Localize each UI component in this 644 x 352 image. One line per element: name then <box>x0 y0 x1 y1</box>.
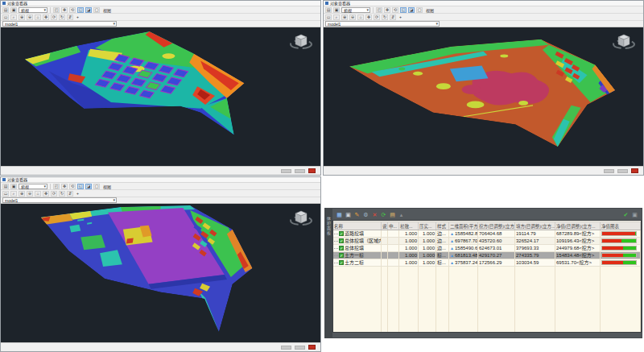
terrain-3d-view-regions[interactable] <box>1 204 320 342</box>
pan-hand-icon[interactable]: ✥ <box>43 191 49 197</box>
surface-name-cell[interactable]: ✓总体挖填 <box>333 245 382 251</box>
zoom-in-icon[interactable]: ⊕ <box>19 191 25 197</box>
fill-factor-cell[interactable]: 1.000 <box>419 259 436 266</box>
view-direction-select[interactable]: 俯视▾ <box>19 184 47 189</box>
column-header[interactable]: 名称 <box>333 222 382 230</box>
panel-dock-icon[interactable]: ▣ <box>631 211 638 218</box>
visual-style-select[interactable]: model1▾ <box>2 197 117 203</box>
column-header[interactable]: 样式 <box>436 222 449 230</box>
terrain-3d-view-cutfill[interactable] <box>1 27 320 166</box>
view-direction-select[interactable]: 俯视▾ <box>19 7 47 13</box>
column-header[interactable]: 二维面积(平方... <box>449 222 478 230</box>
orbit-3d-icon[interactable]: ⟳ <box>51 14 57 20</box>
select-icon[interactable]: ▭ <box>325 14 332 20</box>
visibility-checkbox[interactable]: ✓ <box>339 246 344 251</box>
top-view-icon[interactable]: ▢ <box>416 7 423 13</box>
select-icon[interactable]: ▭ <box>2 14 9 20</box>
zoom-in-icon[interactable]: ⊕ <box>19 14 25 20</box>
walk-icon[interactable]: ⇵ <box>67 191 73 197</box>
visibility-checkbox[interactable]: ✓ <box>339 231 344 236</box>
column-header[interactable]: 净值(已调整)(立方... <box>555 222 601 230</box>
add-surface-icon[interactable]: ▣ <box>345 211 352 218</box>
3d-canvas[interactable] <box>1 204 320 342</box>
front-view-icon[interactable]: ◱ <box>77 184 84 189</box>
report-icon[interactable]: ▤ <box>389 211 396 218</box>
3d-canvas[interactable] <box>324 27 643 166</box>
volume-table-row[interactable]: ✓土方一标1.0001.000标...▲681813.48429170.2727… <box>333 252 641 259</box>
zoom-previous-icon[interactable]: ⌂ <box>35 191 41 197</box>
zoom-previous-icon[interactable]: ⌂ <box>35 14 41 20</box>
top-view-icon[interactable]: ▢ <box>93 184 100 189</box>
save-view-icon[interactable]: ▤ <box>2 7 9 13</box>
orbit-icon[interactable]: ⟲ <box>392 7 398 13</box>
fill-factor-cell[interactable]: 1.000 <box>419 230 436 237</box>
column-header[interactable]: 说 <box>382 222 388 230</box>
pan-icon[interactable]: ✥ <box>61 184 68 189</box>
cut-factor-cell[interactable]: 1.000 <box>399 245 419 251</box>
window-title-bar[interactable]: 对象查看器 <box>324 1 643 6</box>
fill-factor-cell[interactable]: 1.000 <box>419 245 436 251</box>
view-cube[interactable] <box>287 31 315 56</box>
swivel-icon[interactable]: ↻ <box>59 191 65 197</box>
column-header[interactable]: 中... <box>388 222 399 230</box>
import-settings-icon[interactable]: ⚙ <box>362 211 369 218</box>
walk-icon[interactable]: ⇵ <box>67 14 73 20</box>
expand-all-icon[interactable]: ▴ <box>398 211 405 218</box>
camera-icon[interactable]: ▣ <box>10 184 17 189</box>
zoom-in-icon[interactable]: ⊕ <box>341 14 348 20</box>
panorama-tab[interactable]: 体积面板 <box>325 209 332 338</box>
visibility-checkbox[interactable]: ✓ <box>339 238 344 243</box>
status-alert-icon[interactable] <box>308 345 316 350</box>
visual-style-select[interactable]: model1▾ <box>2 21 117 27</box>
iso-view-icon[interactable]: ◪ <box>408 7 415 13</box>
orbit-3d-icon[interactable]: ⟳ <box>374 14 380 20</box>
zoom-out-icon[interactable]: ⊖ <box>27 191 33 197</box>
save-view-icon[interactable]: ▤ <box>325 7 332 13</box>
add-view-button[interactable]: + <box>76 14 79 19</box>
zoom-out-icon[interactable]: ⊖ <box>27 14 33 20</box>
fill-factor-cell[interactable]: 1.000 <box>419 238 436 244</box>
walk-icon[interactable]: ⇵ <box>390 14 396 20</box>
zoom-window-icon[interactable]: ⌕ <box>10 14 17 20</box>
camera-icon[interactable]: ▣ <box>333 7 340 13</box>
zoom-extents-icon[interactable]: ◰ <box>53 184 60 189</box>
iso-view-icon[interactable]: ◪ <box>85 7 92 13</box>
status-alert-icon[interactable] <box>631 168 638 173</box>
view-cube[interactable] <box>610 31 638 56</box>
visibility-checkbox[interactable]: ✓ <box>339 260 344 265</box>
swivel-icon[interactable]: ↻ <box>382 14 388 20</box>
pan-icon[interactable]: ✥ <box>61 7 68 13</box>
terrain-3d-view-elevation[interactable] <box>324 27 643 166</box>
confirm-icon[interactable]: ✔ <box>622 211 630 218</box>
zoom-extents-icon[interactable]: ◰ <box>376 7 382 13</box>
surface-name-cell[interactable]: ✓道路挖填 <box>333 230 382 237</box>
cut-factor-cell[interactable]: 1.000 <box>399 252 419 259</box>
column-header[interactable]: 松散... <box>399 222 419 230</box>
view-cube[interactable] <box>287 208 315 232</box>
volume-table-row[interactable]: ✓总体挖填（区域内）1.0001.000边...▲697867.70435720… <box>333 238 641 245</box>
surface-name-cell[interactable]: ✓土方一标 <box>333 252 382 259</box>
zoom-window-icon[interactable]: ⌕ <box>10 191 17 197</box>
style-cell[interactable]: 边... <box>436 230 449 237</box>
pan-hand-icon[interactable]: ✥ <box>43 14 49 20</box>
style-cell[interactable]: 标... <box>436 252 449 259</box>
fill-factor-cell[interactable]: 1.000 <box>419 252 436 259</box>
cut-factor-cell[interactable]: 1.000 <box>399 238 419 244</box>
top-view-icon[interactable]: ▢ <box>93 7 100 13</box>
cut-factor-cell[interactable]: 1.000 <box>399 230 419 237</box>
save-view-icon[interactable]: ▤ <box>2 184 9 189</box>
edit-criteria-icon[interactable]: ✎ <box>353 211 361 218</box>
view-direction-select[interactable]: 俯视▾ <box>341 7 370 13</box>
pan-hand-icon[interactable]: ✥ <box>365 14 372 20</box>
volume-table-row[interactable]: ✓道路挖填1.0001.000边...▲1585482.88706404.681… <box>333 230 641 238</box>
window-title-bar[interactable]: 对象查看器 <box>1 1 320 6</box>
add-view-button[interactable]: + <box>399 14 402 19</box>
column-header[interactable]: 净值图表 <box>601 222 641 230</box>
column-header[interactable]: 挖方(已调整)(立方... <box>478 222 515 230</box>
column-header[interactable]: 填方(已调整)(立方... <box>515 222 555 230</box>
zoom-out-icon[interactable]: ⊖ <box>349 14 356 20</box>
delete-icon[interactable]: ✕ <box>371 211 378 218</box>
cut-factor-cell[interactable]: 1.000 <box>399 259 419 266</box>
orbit-3d-icon[interactable]: ⟳ <box>51 191 57 197</box>
zoom-extents-icon[interactable]: ◰ <box>53 7 60 13</box>
